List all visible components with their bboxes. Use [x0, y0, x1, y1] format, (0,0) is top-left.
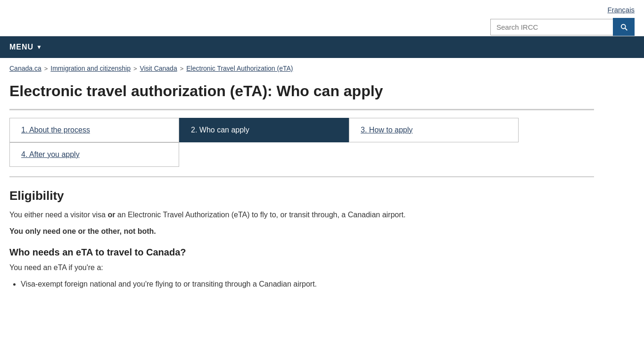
eligibility-paragraph: You either need a visitor visa or an Ele… [9, 209, 594, 221]
list-item: Visa-exempt foreign national and you're … [21, 278, 594, 290]
step-1-about-process[interactable]: 1. About the process [9, 118, 179, 142]
eligibility-text-1: You either need a visitor visa [9, 211, 107, 219]
francais-link[interactable]: Français [607, 6, 635, 14]
eligibility-only-one: You only need one or the other, not both… [9, 225, 594, 238]
breadcrumb-visit-canada[interactable]: Visit Canada [140, 65, 177, 72]
breadcrumb-canada[interactable]: Canada.ca [9, 65, 41, 72]
step-2-who-can-apply[interactable]: 2. Who can apply [179, 118, 349, 142]
search-button[interactable] [613, 18, 635, 36]
header-right: Français [490, 4, 635, 36]
breadcrumb-separator-1: > [44, 65, 48, 72]
step-row-2: 4. After you apply [9, 142, 179, 167]
search-icon [619, 23, 628, 31]
header: Français [0, 0, 644, 36]
step-navigation: 1. About the process 2. Who can apply 3.… [9, 118, 594, 167]
eligibility-text-2: an Electronic Travel Authorization (eTA)… [115, 211, 405, 219]
search-form [490, 18, 635, 36]
language-switcher: Français [607, 4, 635, 14]
eligibility-bold-or: or [107, 211, 115, 219]
main-nav: MENU ▼ [0, 36, 644, 58]
menu-label: MENU [9, 43, 33, 51]
breadcrumb-eta[interactable]: Electronic Travel Authorization (eTA) [186, 65, 293, 72]
eta-requirements-list: Visa-exempt foreign national and you're … [21, 278, 594, 290]
chevron-down-icon: ▼ [36, 44, 42, 50]
step-4-after-you-apply[interactable]: 4. After you apply [9, 142, 179, 167]
eligibility-heading: Eligibility [9, 189, 594, 203]
search-input[interactable] [490, 19, 613, 35]
breadcrumb-separator-2: > [133, 65, 137, 72]
menu-button[interactable]: MENU ▼ [0, 36, 52, 58]
breadcrumb-immigration[interactable]: Immigration and citizenship [50, 65, 131, 72]
breadcrumb-separator-3: > [180, 65, 184, 72]
eligibility-bold-2: You only need one or the other, not both… [9, 227, 156, 235]
section-divider [9, 176, 594, 177]
page-title: Electronic travel authorization (eTA): W… [9, 82, 594, 110]
step-row-1: 1. About the process 2. Who can apply 3.… [9, 118, 519, 142]
breadcrumb: Canada.ca > Immigration and citizenship … [0, 58, 644, 77]
who-needs-eta-heading: Who needs an eTA to travel to Canada? [9, 247, 594, 258]
who-needs-text: You need an eTA if you're a: [9, 262, 594, 274]
step-3-how-to-apply[interactable]: 3. How to apply [349, 118, 519, 142]
main-content: Electronic travel authorization (eTA): W… [0, 77, 603, 306]
